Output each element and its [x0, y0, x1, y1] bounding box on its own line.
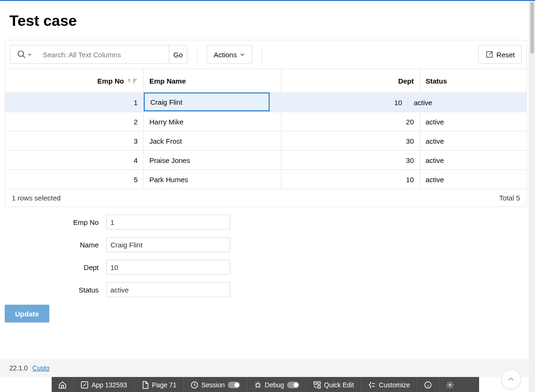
cell-emp-no[interactable]: 3: [5, 131, 144, 150]
quick-edit-icon: [313, 381, 321, 389]
name-field[interactable]: [106, 237, 230, 252]
chevron-up-icon: [507, 376, 515, 383]
search-column-picker[interactable]: [10, 45, 38, 64]
svg-rect-9: [314, 382, 316, 384]
table-row[interactable]: 3Jack Frost30active: [5, 131, 527, 151]
chevron-down-icon: [240, 52, 245, 57]
dev-home[interactable]: [52, 377, 74, 392]
cell-status[interactable]: active: [420, 170, 527, 189]
svg-rect-10: [318, 382, 320, 384]
status-field[interactable]: [106, 282, 230, 297]
scrollbar-thumb[interactable]: [530, 2, 534, 54]
grid-header: Emp No Emp Name Dept Status: [5, 69, 527, 93]
page-title: Test case: [9, 12, 522, 30]
cell-status[interactable]: active: [420, 131, 527, 150]
dev-customize[interactable]: Customize: [361, 377, 417, 392]
toolbar-divider: [197, 45, 197, 64]
emp-no-label: Emp No: [5, 218, 106, 226]
detail-form: Emp No Name Dept Status Update: [5, 215, 527, 327]
rows-selected-label: 1 rows selected: [12, 194, 61, 202]
customize-link[interactable]: Custo: [32, 364, 50, 372]
dev-quick-edit-label: Quick Edit: [324, 381, 354, 389]
debug-icon: [254, 381, 262, 389]
reset-button[interactable]: Reset: [478, 45, 522, 64]
svg-point-8: [256, 384, 260, 387]
col-header-emp-name[interactable]: Emp Name: [144, 69, 281, 92]
cell-dept[interactable]: 20: [281, 112, 420, 131]
svg-line-1: [23, 56, 25, 58]
cell-dept[interactable]: 30: [281, 151, 420, 169]
cell-emp-name[interactable]: Harry Mike: [144, 112, 281, 131]
scroll-top-button[interactable]: [501, 369, 521, 389]
col-header-emp-no[interactable]: Emp No: [5, 69, 144, 92]
col-header-status[interactable]: Status: [420, 69, 527, 92]
cell-emp-no[interactable]: 5: [5, 170, 144, 189]
update-button[interactable]: Update: [5, 305, 49, 323]
name-label: Name: [5, 241, 106, 249]
dept-field[interactable]: [106, 260, 230, 275]
home-icon: [58, 381, 67, 389]
data-grid-region: Go Actions Reset Emp No: [5, 40, 527, 207]
customize-icon: [368, 381, 376, 389]
reset-label: Reset: [496, 51, 515, 59]
dev-debug-label: Debug: [265, 381, 284, 389]
cell-emp-name[interactable]: Craig Flint: [144, 92, 270, 111]
dev-info[interactable]: [417, 377, 439, 392]
dev-page-label: Page 71: [152, 381, 177, 389]
dev-settings[interactable]: [439, 377, 461, 392]
cell-emp-name[interactable]: Park Humes: [144, 170, 281, 189]
data-grid: Emp No Emp Name Dept Status 1Craig Flint…: [5, 69, 527, 207]
table-row[interactable]: 4Praise Jones30active: [5, 151, 527, 170]
page-footer: 22.1.0 Custo: [0, 359, 529, 377]
go-button[interactable]: Go: [169, 45, 187, 64]
search-group: Go: [10, 45, 187, 64]
table-row[interactable]: 5Park Humes10active: [5, 170, 527, 189]
status-label: Status: [5, 286, 106, 294]
cell-emp-no[interactable]: 2: [5, 112, 144, 131]
svg-point-15: [449, 384, 451, 386]
dept-label: Dept: [5, 263, 106, 271]
actions-label: Actions: [214, 51, 237, 59]
dev-quick-edit[interactable]: Quick Edit: [306, 377, 361, 392]
edit-page-icon: [141, 381, 149, 389]
col-header-dept[interactable]: Dept: [281, 69, 420, 92]
cell-status[interactable]: active: [408, 93, 527, 112]
chevron-down-icon: [27, 52, 32, 57]
grid-toolbar: Go Actions Reset: [5, 40, 527, 69]
table-row[interactable]: 2Harry Mike20active: [5, 112, 527, 131]
vertical-scrollbar[interactable]: [529, 1, 535, 392]
sort-indicator: [127, 77, 138, 84]
cell-dept[interactable]: 10: [281, 170, 420, 189]
version-label: 22.1.0: [9, 364, 28, 372]
dev-session[interactable]: Session: [184, 377, 247, 392]
actions-button[interactable]: Actions: [207, 45, 252, 64]
cell-emp-no[interactable]: 4: [5, 151, 144, 169]
dev-customize-label: Customize: [379, 381, 410, 389]
dev-page[interactable]: Page 71: [134, 377, 184, 392]
table-row[interactable]: 1Craig Flint10active: [5, 93, 527, 112]
sort-asc-icon: [127, 77, 132, 84]
dev-session-label: Session: [202, 381, 225, 389]
dev-debug[interactable]: Debug: [247, 377, 306, 392]
grid-footer: 1 rows selected Total 5: [5, 189, 527, 207]
cell-emp-name[interactable]: Praise Jones: [144, 151, 281, 169]
debug-toggle[interactable]: [287, 382, 299, 388]
edit-app-icon: [80, 381, 89, 389]
cell-emp-name[interactable]: Jack Frost: [144, 131, 281, 150]
developer-toolbar: App 132593 Page 71 Session Debug Quick E…: [52, 377, 479, 392]
col-header-label: Emp No: [97, 77, 124, 85]
cell-status[interactable]: active: [420, 112, 527, 131]
cell-dept[interactable]: 10: [270, 93, 408, 112]
dev-app[interactable]: App 132593: [74, 377, 134, 392]
emp-no-field[interactable]: [106, 215, 230, 230]
session-toggle[interactable]: [228, 382, 240, 388]
search-input[interactable]: [38, 45, 169, 64]
grid-body: 1Craig Flint10active2Harry Mike20active3…: [5, 93, 527, 189]
cell-emp-no[interactable]: 1: [5, 93, 144, 112]
gear-icon: [446, 381, 454, 389]
cell-dept[interactable]: 30: [281, 131, 420, 150]
cell-status[interactable]: active: [420, 151, 527, 169]
rows-total-label: Total 5: [499, 194, 520, 202]
session-icon: [190, 381, 199, 389]
svg-point-0: [18, 51, 23, 57]
